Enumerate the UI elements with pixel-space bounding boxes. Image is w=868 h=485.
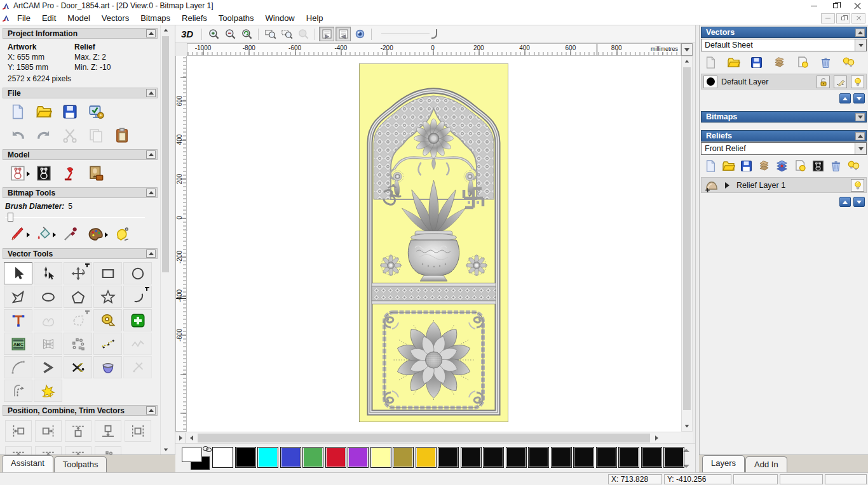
menu-item[interactable]: File: [11, 11, 36, 25]
scroll-up-button[interactable]: [682, 56, 691, 66]
greyscale-preview-icon[interactable]: [9, 164, 27, 182]
expand-button[interactable]: [855, 113, 865, 121]
swatch-red[interactable]: [325, 447, 346, 468]
model-setup-icon[interactable]: [87, 103, 105, 121]
open-model-icon[interactable]: [35, 103, 53, 121]
align-bottom-tool[interactable]: [95, 420, 121, 442]
menu-item[interactable]: Bitmaps: [135, 11, 176, 25]
collapse-button[interactable]: [146, 189, 156, 197]
zoom-out-button[interactable]: [222, 27, 238, 41]
copy-icon[interactable]: [87, 126, 105, 144]
pane-splitter-button[interactable]: [175, 433, 186, 443]
move-layer-up-button[interactable]: [839, 93, 851, 103]
trim-vectors-tool[interactable]: [123, 356, 152, 378]
swatch-gold[interactable]: [416, 447, 437, 468]
tab-layers[interactable]: Layers: [702, 455, 745, 472]
envelope-distortion-tool[interactable]: [34, 333, 62, 355]
menu-item[interactable]: Toolpaths: [213, 11, 260, 25]
join-vectors-tool[interactable]: [34, 356, 62, 378]
toggle-vectors-button[interactable]: [336, 27, 351, 41]
block-copy-tool[interactable]: [64, 333, 92, 355]
new-model-icon[interactable]: [9, 103, 27, 121]
swatch-green[interactable]: [302, 447, 323, 468]
layer-visibility-button[interactable]: [851, 179, 864, 192]
weld-vectors-tool[interactable]: [93, 356, 122, 378]
flood-fill-tool[interactable]: [35, 225, 53, 243]
measure-tool[interactable]: [93, 309, 122, 331]
brush-diameter-slider[interactable]: [5, 212, 154, 222]
collapse-button[interactable]: [146, 29, 156, 37]
slider-handle[interactable]: [8, 213, 13, 222]
collapse-button[interactable]: [855, 29, 865, 37]
menu-item[interactable]: Help: [301, 11, 329, 25]
palette-scroll-up[interactable]: [683, 449, 689, 452]
scroll-down-button[interactable]: [682, 422, 691, 431]
tab-toolpaths[interactable]: Toolpaths: [54, 456, 107, 472]
relief-preview-icon[interactable]: [811, 158, 825, 173]
scroll-up-button[interactable]: [161, 25, 170, 35]
delete-sheet-icon[interactable]: [818, 55, 833, 70]
lighting-icon[interactable]: [61, 164, 79, 182]
swatch-black-8[interactable]: [573, 447, 594, 468]
create-ellipse-tool[interactable]: [34, 286, 62, 308]
new-relief-layer-icon[interactable]: [703, 158, 718, 173]
move-layer-down-button[interactable]: [853, 197, 865, 207]
merge-relief-layers-icon[interactable]: [775, 158, 789, 173]
mdi-close-button[interactable]: [851, 13, 865, 23]
palette-tool[interactable]: [87, 225, 105, 243]
link-colours-icon[interactable]: [203, 446, 214, 453]
vector-boundary-tool[interactable]: [64, 309, 92, 331]
create-text-tool[interactable]: [4, 309, 32, 331]
snap-layer-button[interactable]: [834, 76, 847, 88]
relief-select[interactable]: Front Relief: [701, 142, 867, 155]
scroll-right-button[interactable]: [651, 433, 661, 443]
palette-scroll-down[interactable]: [683, 465, 689, 468]
canvas-horizontal-scrollbar[interactable]: [175, 432, 681, 443]
zoom-objects-button[interactable]: [262, 27, 278, 41]
save-relief-icon[interactable]: [739, 158, 754, 173]
dropdown-button[interactable]: [855, 39, 866, 51]
cut-vectors-tool[interactable]: [64, 356, 92, 378]
swatch-black-7[interactable]: [551, 447, 572, 468]
swatch-black-9[interactable]: [596, 447, 617, 468]
move-layer-up-button[interactable]: [839, 197, 851, 207]
text-panel-tool[interactable]: [4, 333, 32, 355]
inverted-preview-icon[interactable]: [35, 164, 53, 182]
collapse-button[interactable]: [146, 150, 156, 159]
paint-tool[interactable]: [9, 225, 27, 243]
swatch-black-11[interactable]: [641, 447, 662, 468]
swatch-blue[interactable]: [280, 447, 301, 468]
all-sheets-visibility-icon[interactable]: [841, 55, 856, 70]
collapse-button[interactable]: [855, 132, 865, 140]
move-layer-down-button[interactable]: [853, 93, 865, 103]
undo-icon[interactable]: [9, 126, 27, 144]
swatch-black-10[interactable]: [618, 447, 639, 468]
sheet-select[interactable]: Default Sheet: [701, 39, 867, 51]
paste-special-tool[interactable]: [123, 309, 152, 331]
redo-icon[interactable]: [35, 126, 53, 144]
swatch-black-6[interactable]: [528, 447, 549, 468]
texture-icon[interactable]: [87, 164, 105, 182]
save-model-icon[interactable]: [61, 103, 79, 121]
zoom-box-button[interactable]: [279, 27, 294, 41]
close-button[interactable]: [846, 0, 868, 11]
toggle-bitmap-button[interactable]: [319, 27, 334, 41]
palette-scroll[interactable]: [682, 447, 691, 470]
vector-layer-row[interactable]: Default Layer: [701, 74, 867, 90]
wrap-text-tool[interactable]: [34, 309, 62, 331]
restore-button[interactable]: [825, 0, 846, 11]
align-top-tool[interactable]: [65, 420, 92, 442]
dropdown-button[interactable]: [855, 143, 866, 154]
layer-colour-chip[interactable]: [703, 76, 717, 88]
mdi-restore-button[interactable]: [836, 13, 850, 23]
align-right-tool[interactable]: [35, 420, 62, 442]
import-relief-icon[interactable]: [757, 158, 771, 173]
open-relief-icon[interactable]: [721, 158, 736, 173]
select-vectors-tool[interactable]: [4, 262, 32, 284]
zoom-previous-button[interactable]: [239, 27, 254, 41]
fit-vectors-tool[interactable]: [123, 333, 152, 355]
all-reliefs-visibility-icon[interactable]: [846, 158, 861, 173]
menu-item[interactable]: Edit: [36, 11, 62, 25]
save-sheet-icon[interactable]: [749, 55, 764, 70]
relief-visibility-icon[interactable]: [793, 158, 808, 173]
